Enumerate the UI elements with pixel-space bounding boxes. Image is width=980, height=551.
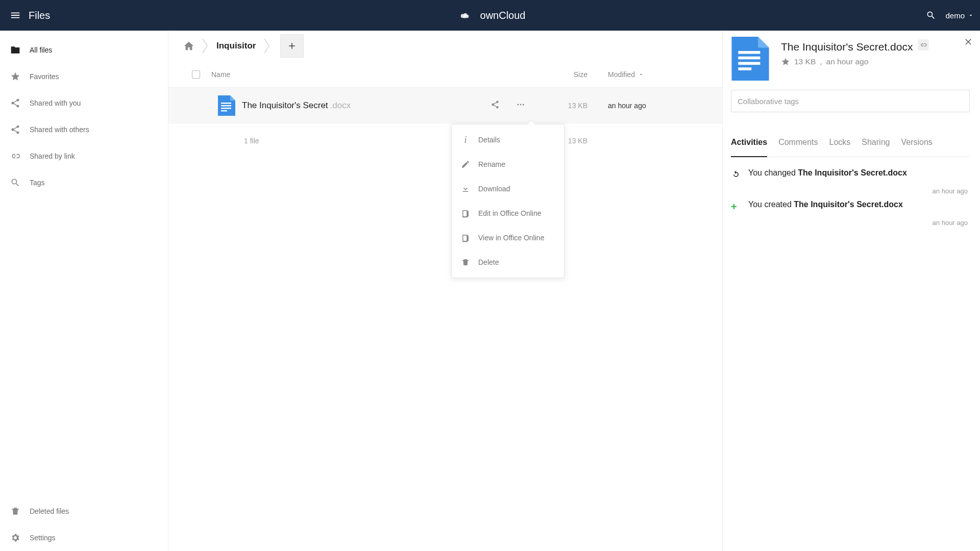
changed-icon: [731, 169, 741, 181]
ctx-edit-office[interactable]: Edit in Office Online: [452, 201, 564, 226]
details-time: an hour ago: [826, 57, 869, 66]
details-tabs: Activities Comments Locks Sharing Versio…: [731, 138, 970, 157]
sort-desc-icon: [638, 71, 644, 78]
trash-icon: [461, 257, 470, 267]
copy-link-button[interactable]: [918, 39, 929, 51]
file-thumbnail-icon: [731, 37, 770, 81]
file-name: The Inquisitor's Secret.docx: [242, 101, 491, 111]
details-panel: The Inquisitor's Secret.docx 13 KB, an h…: [723, 31, 980, 551]
search-icon[interactable]: [926, 10, 936, 20]
column-header-name[interactable]: Name: [211, 70, 531, 79]
sidebar-item-favorites[interactable]: Favorites: [0, 63, 168, 90]
star-icon: [10, 71, 20, 82]
office-icon: [461, 208, 470, 218]
app-header: Files ownCloud demo: [0, 0, 980, 31]
sidebar-item-tags[interactable]: Tags: [0, 169, 168, 196]
file-size: 13 KB: [531, 102, 608, 110]
user-label: demo: [945, 11, 965, 20]
sidebar-item-deleted-files[interactable]: Deleted files: [0, 498, 168, 524]
sidebar-item-label: Shared by link: [30, 152, 75, 160]
home-icon: [183, 40, 194, 52]
download-icon: [461, 184, 470, 194]
activity-time: an hour ago: [731, 187, 970, 195]
chevron-down-icon: [968, 12, 974, 18]
close-details-button[interactable]: [964, 37, 973, 48]
sidebar-item-label: Settings: [30, 534, 56, 542]
sidebar-item-label: Favorites: [30, 72, 59, 81]
sidebar-item-shared-by-link[interactable]: Shared by link: [0, 143, 168, 169]
breadcrumb-separator: [200, 35, 210, 57]
menu-button[interactable]: [6, 10, 24, 21]
svg-rect-14: [738, 67, 751, 70]
sidebar-item-label: Deleted files: [30, 507, 69, 515]
svg-rect-11: [738, 51, 760, 54]
activity-item: You changed The Inquisitor's Secret.docx: [731, 168, 970, 181]
column-header-modified[interactable]: Modified: [608, 70, 710, 79]
sidebar-item-label: Tags: [30, 179, 45, 187]
share-button[interactable]: [491, 100, 500, 111]
file-summary-row: 1 file 13 KB: [168, 123, 722, 158]
office-icon: [461, 233, 470, 243]
breadcrumb-current[interactable]: Inquisitor: [216, 41, 256, 51]
svg-point-3: [463, 15, 466, 18]
breadcrumb-home[interactable]: [179, 36, 199, 56]
svg-rect-5: [221, 105, 231, 106]
tab-versions[interactable]: Versions: [901, 138, 932, 157]
svg-rect-7: [221, 110, 227, 111]
column-header-size[interactable]: Size: [531, 70, 608, 79]
activity-item: + You created The Inquisitor's Secret.do…: [731, 200, 970, 213]
ctx-view-office[interactable]: View in Office Online: [452, 226, 564, 250]
share-out-icon: [10, 124, 20, 135]
ctx-details[interactable]: i Details: [452, 128, 564, 152]
svg-point-10: [523, 104, 524, 105]
ctx-download[interactable]: Download: [452, 177, 564, 201]
select-all-checkbox[interactable]: [192, 70, 200, 79]
created-icon: +: [731, 201, 741, 213]
search-icon: [10, 178, 20, 188]
activity-time: an hour ago: [731, 219, 970, 227]
more-actions-button[interactable]: [515, 100, 526, 111]
link-icon: [920, 41, 927, 48]
tab-sharing[interactable]: Sharing: [862, 138, 890, 157]
sidebar-item-all-files[interactable]: All files: [0, 37, 168, 63]
ellipsis-icon: [515, 100, 526, 109]
details-title: The Inquisitor's Secret.docx: [781, 41, 913, 53]
close-icon: [964, 37, 973, 46]
brand-name: ownCloud: [480, 10, 526, 21]
svg-rect-6: [221, 108, 231, 109]
brand: ownCloud: [455, 7, 526, 23]
info-icon: i: [461, 135, 470, 145]
ctx-delete[interactable]: Delete: [452, 250, 564, 274]
tab-activities[interactable]: Activities: [731, 138, 767, 157]
share-in-icon: [10, 98, 20, 108]
svg-rect-12: [738, 57, 760, 60]
sidebar-item-settings[interactable]: Settings: [0, 524, 168, 551]
ctx-rename[interactable]: Rename: [452, 152, 564, 177]
collaborative-tags-input[interactable]: [731, 90, 970, 112]
user-menu[interactable]: demo: [945, 11, 974, 20]
sidebar-item-shared-with-you[interactable]: Shared with you: [0, 90, 168, 116]
details-size: 13 KB: [794, 57, 816, 66]
svg-rect-4: [221, 103, 231, 104]
sidebar-item-label: Shared with others: [30, 126, 89, 134]
tab-locks[interactable]: Locks: [829, 138, 851, 157]
star-icon[interactable]: [781, 57, 790, 66]
owncloud-logo-icon: [455, 7, 475, 23]
file-panel: Inquisitor Name Size Modified: [168, 31, 723, 551]
share-icon: [491, 100, 500, 109]
sidebar-item-label: Shared with you: [30, 99, 81, 107]
link-icon: [10, 151, 20, 161]
app-name: Files: [29, 10, 50, 21]
pencil-icon: [461, 159, 470, 169]
sidebar-item-shared-with-others[interactable]: Shared with others: [0, 116, 168, 143]
add-button[interactable]: [280, 34, 304, 58]
sidebar: All files Favorites Shared with you Shar…: [0, 31, 168, 551]
file-row[interactable]: The Inquisitor's Secret.docx 13 KB an ho…: [168, 88, 722, 123]
file-modified: an hour ago: [608, 102, 710, 110]
file-context-menu: i Details Rename Download Edit in Office…: [451, 124, 565, 278]
doc-file-icon: [218, 95, 235, 116]
breadcrumb-separator: [262, 35, 272, 57]
svg-rect-13: [738, 62, 760, 65]
breadcrumb: Inquisitor: [168, 31, 722, 61]
tab-comments[interactable]: Comments: [778, 138, 818, 157]
